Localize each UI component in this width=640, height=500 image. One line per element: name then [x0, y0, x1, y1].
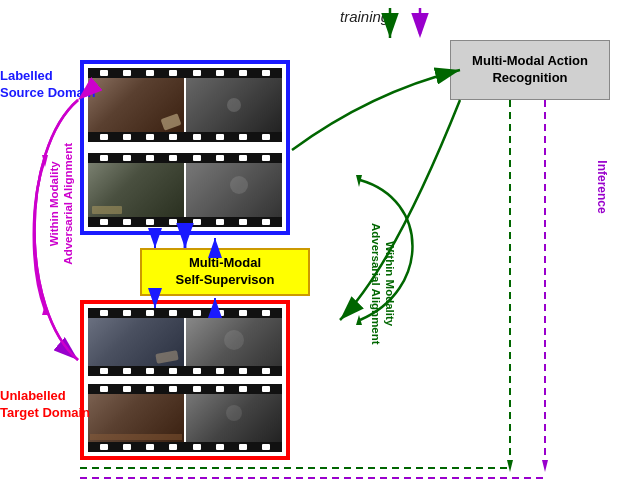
- left-alignment-label: Within Modality Adversarial Alignment: [48, 94, 76, 314]
- diagram-container: training Multi-Modal Action Recognition: [0, 0, 640, 500]
- svg-marker-16: [356, 175, 362, 187]
- svg-marker-19: [507, 460, 513, 472]
- svg-marker-15: [42, 305, 48, 315]
- training-label: training: [340, 8, 389, 25]
- action-recognition-box: Multi-Modal Action Recognition: [450, 40, 610, 100]
- source-domain-box: [80, 60, 290, 235]
- svg-marker-21: [542, 460, 548, 472]
- target-domain-box: [80, 300, 290, 460]
- target-domain-label: Unlabelled Target Domain: [0, 388, 90, 422]
- action-recognition-label: Multi-Modal Action Recognition: [451, 53, 609, 87]
- svg-marker-17: [356, 315, 362, 325]
- self-supervision-box: Multi-ModalSelf-Supervison: [140, 248, 310, 296]
- inference-label: Inference: [594, 160, 608, 213]
- self-supervision-label: Multi-ModalSelf-Supervison: [176, 255, 275, 289]
- svg-marker-14: [42, 155, 48, 167]
- right-alignment-label: Within Modality Adversarial Alignment: [368, 174, 396, 394]
